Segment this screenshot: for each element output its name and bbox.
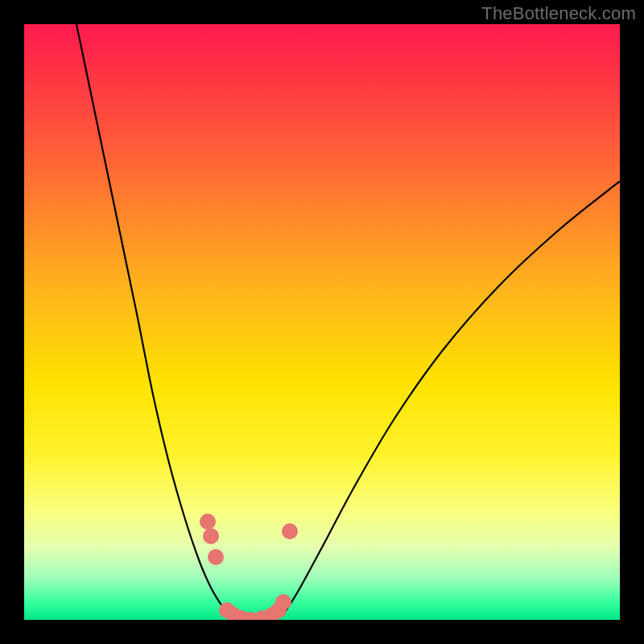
data-point [208,549,224,565]
curve-right [283,181,620,614]
data-point [200,514,216,530]
data-point [282,523,298,539]
data-point [275,594,291,610]
watermark-text: TheBottleneck.com [481,3,636,24]
data-point [203,528,219,544]
plot-area [24,24,620,620]
data-points [200,514,298,620]
chart-frame: TheBottleneck.com [0,0,644,644]
curve-layer [24,24,620,620]
